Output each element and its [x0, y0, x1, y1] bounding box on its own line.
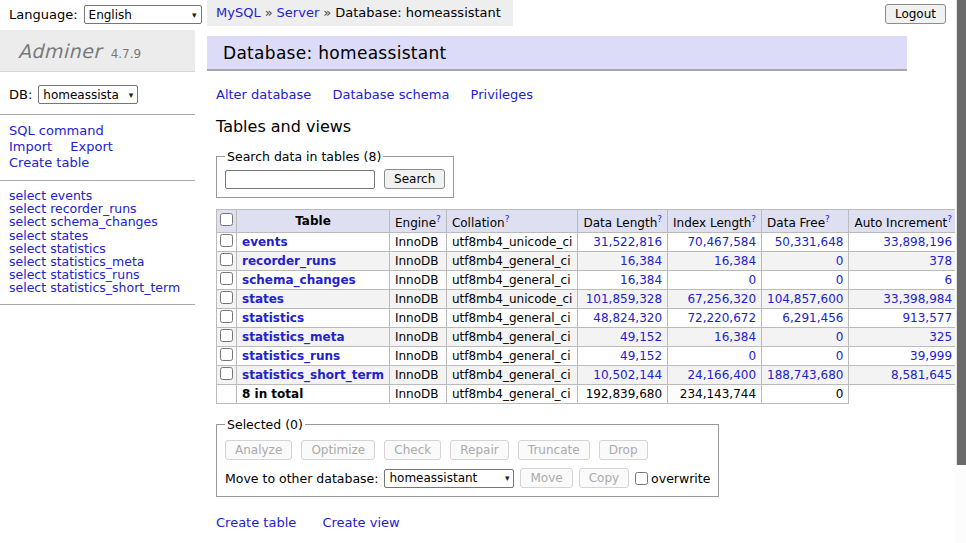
auto-increment-link[interactable]: 33,898,196: [883, 235, 952, 249]
data-length-link[interactable]: 101,859,328: [586, 292, 662, 306]
repair-button[interactable]: Repair: [450, 440, 508, 460]
sidebar: Adminer 4.7.9 DB: homeassistant SQL comm…: [0, 30, 195, 305]
table-link[interactable]: statistics_meta: [242, 330, 345, 344]
alter-database-link[interactable]: Alter database: [216, 87, 311, 102]
table-row: statistics InnoDB utf8mb4_general_ci 48,…: [217, 309, 966, 328]
select-link[interactable]: select: [9, 280, 46, 295]
total-row: 8 in total InnoDB utf8mb4_general_ci 192…: [217, 385, 966, 404]
sidebar-sql-command-link[interactable]: SQL command: [9, 123, 104, 138]
row-checkbox[interactable]: [220, 348, 233, 361]
help-link[interactable]: ?: [947, 214, 952, 224]
total-index-length: 234,143,744: [668, 385, 762, 404]
database-schema-link[interactable]: Database schema: [333, 87, 450, 102]
overwrite-label: overwrite: [635, 471, 710, 486]
row-checkbox[interactable]: [220, 272, 233, 285]
search-input[interactable]: [225, 170, 375, 189]
table-row: states InnoDB utf8mb4_unicode_ci 101,859…: [217, 290, 966, 309]
engine-cell: InnoDB: [389, 366, 446, 385]
data-length-link[interactable]: 10,502,144: [593, 368, 662, 382]
search-button[interactable]: Search: [384, 169, 445, 189]
move-db-select[interactable]: homeassistant: [384, 469, 514, 488]
auto-increment-link[interactable]: 325: [929, 330, 952, 344]
auto-increment-link[interactable]: 913,577: [902, 311, 952, 325]
help-link[interactable]: ?: [505, 214, 510, 224]
sidebar-export-link[interactable]: Export: [70, 139, 113, 154]
table-link[interactable]: statistics_runs: [242, 349, 340, 363]
data-length-link[interactable]: 16,384: [620, 273, 662, 287]
help-link[interactable]: ?: [825, 214, 830, 224]
help-link[interactable]: ?: [436, 214, 441, 224]
page-title: Database: homeassistant: [223, 43, 907, 63]
data-length-link[interactable]: 16,384: [620, 254, 662, 268]
data-length-link[interactable]: 31,522,816: [593, 235, 662, 249]
data-free-link[interactable]: 188,743,680: [767, 368, 843, 382]
auto-increment-link[interactable]: 6: [944, 273, 952, 287]
index-length-link[interactable]: 24,166,400: [687, 368, 756, 382]
language-select-wrap: English: [84, 5, 202, 24]
index-length-link[interactable]: 72,220,672: [687, 311, 756, 325]
create-table-link[interactable]: Create table: [216, 515, 296, 530]
analyze-button[interactable]: Analyze: [225, 440, 292, 460]
selected-buttons-row: Analyze Optimize Check Repair Truncate D…: [225, 439, 710, 460]
auto-increment-link[interactable]: 33,398,984: [883, 292, 952, 306]
data-free-link[interactable]: 104,857,600: [767, 292, 843, 306]
row-checkbox[interactable]: [220, 291, 233, 304]
collation-cell: utf8mb4_unicode_ci: [446, 290, 578, 309]
index-length-link[interactable]: 0: [748, 273, 756, 287]
table-link[interactable]: recorder_runs: [242, 254, 336, 268]
data-length-link[interactable]: 48,824,320: [593, 311, 662, 325]
data-free-link[interactable]: 0: [836, 330, 844, 344]
move-button[interactable]: Move: [520, 468, 572, 488]
row-checkbox[interactable]: [220, 253, 233, 266]
vertical-scrollbar[interactable]: [955, 0, 966, 543]
privileges-link[interactable]: Privileges: [471, 87, 534, 102]
breadcrumb-mysql-link[interactable]: MySQL: [216, 5, 261, 20]
truncate-button[interactable]: Truncate: [518, 440, 590, 460]
data-free-link[interactable]: 0: [836, 254, 844, 268]
create-view-link[interactable]: Create view: [322, 515, 399, 530]
language-select[interactable]: English: [84, 5, 202, 24]
select-all-checkbox[interactable]: [220, 213, 233, 226]
data-free-link[interactable]: 0: [836, 349, 844, 363]
sidebar-table-link-statistics-short-term[interactable]: statistics_short_term: [50, 280, 180, 295]
check-button[interactable]: Check: [384, 440, 441, 460]
optimize-button[interactable]: Optimize: [301, 440, 375, 460]
index-length-link[interactable]: 70,467,584: [687, 235, 756, 249]
table-link[interactable]: events: [242, 235, 288, 249]
index-length-link[interactable]: 67,256,320: [687, 292, 756, 306]
table-link[interactable]: statistics_short_term: [242, 368, 384, 382]
table-link[interactable]: statistics: [242, 311, 304, 325]
row-checkbox[interactable]: [220, 329, 233, 342]
tables-overview-table: Table Engine? Collation? Data Length? In…: [216, 209, 966, 404]
db-select[interactable]: homeassistant: [38, 85, 138, 104]
auto-increment-link[interactable]: 39,999: [910, 349, 952, 363]
table-link[interactable]: schema_changes: [242, 273, 356, 287]
scrollbar-thumb[interactable]: [956, 0, 966, 465]
sidebar-table-list: select events select recorder_runs selec…: [0, 181, 195, 304]
sidebar-create-table-link[interactable]: Create table: [9, 155, 89, 170]
data-free-link[interactable]: 0: [836, 273, 844, 287]
row-checkbox[interactable]: [220, 234, 233, 247]
help-link[interactable]: ?: [657, 214, 662, 224]
data-length-link[interactable]: 49,152: [620, 330, 662, 344]
data-length-link[interactable]: 49,152: [620, 349, 662, 363]
drop-button[interactable]: Drop: [599, 440, 648, 460]
table-row: schema_changes InnoDB utf8mb4_general_ci…: [217, 271, 966, 290]
breadcrumb-server-link[interactable]: Server: [277, 5, 320, 20]
overwrite-checkbox[interactable]: [635, 472, 648, 485]
auto-increment-link[interactable]: 8,581,645: [891, 368, 952, 382]
index-length-link[interactable]: 16,384: [714, 330, 756, 344]
data-free-link[interactable]: 6,291,456: [782, 311, 843, 325]
table-row: statistics_runs InnoDB utf8mb4_general_c…: [217, 347, 966, 366]
selected-legend: Selected (0): [225, 417, 305, 432]
index-length-link[interactable]: 16,384: [714, 254, 756, 268]
sidebar-import-link[interactable]: Import: [9, 139, 52, 154]
row-checkbox[interactable]: [220, 367, 233, 380]
table-link[interactable]: states: [242, 292, 284, 306]
help-link[interactable]: ?: [751, 214, 756, 224]
row-checkbox[interactable]: [220, 310, 233, 323]
auto-increment-link[interactable]: 378: [929, 254, 952, 268]
copy-button[interactable]: Copy: [579, 468, 629, 488]
index-length-link[interactable]: 0: [748, 349, 756, 363]
data-free-link[interactable]: 50,331,648: [775, 235, 844, 249]
